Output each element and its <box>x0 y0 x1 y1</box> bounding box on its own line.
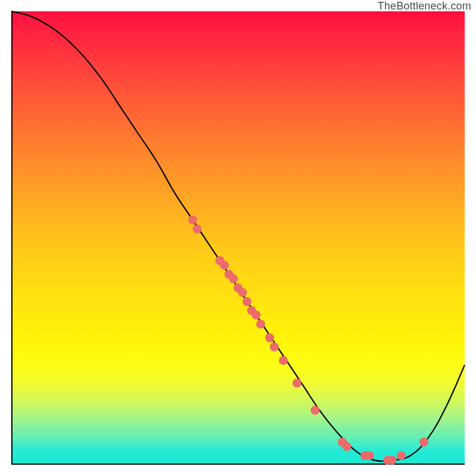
chart-svg <box>11 11 465 465</box>
data-point <box>419 437 428 446</box>
data-point <box>220 261 229 270</box>
data-point <box>193 224 202 233</box>
data-point <box>397 451 406 460</box>
data-point <box>229 274 238 283</box>
bottleneck-curve <box>11 11 465 461</box>
watermark-text: TheBottleneck.com <box>378 0 471 12</box>
data-point <box>238 288 247 297</box>
data-point <box>279 356 288 365</box>
data-point <box>243 297 252 306</box>
data-point <box>388 456 397 465</box>
data-point <box>188 215 197 224</box>
data-point <box>342 442 351 451</box>
data-point <box>270 342 278 351</box>
data-point <box>256 320 265 328</box>
data-point <box>293 378 302 387</box>
data-point <box>365 451 374 460</box>
data-point <box>265 333 274 342</box>
data-point <box>252 311 261 320</box>
scatter-points <box>188 215 428 465</box>
data-point <box>311 406 320 415</box>
chart-frame: TheBottleneck.com <box>0 0 476 476</box>
